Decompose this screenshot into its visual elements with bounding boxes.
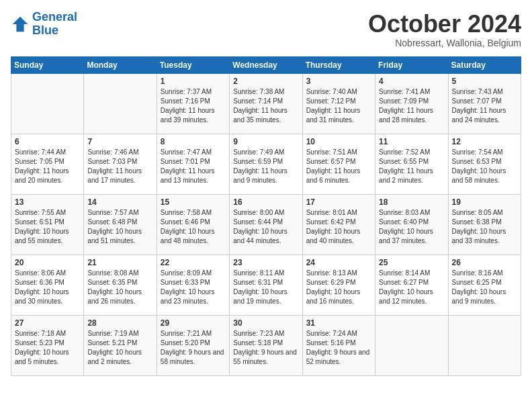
logo-line2: Blue [32,24,58,37]
calendar-cell: 3Sunrise: 7:40 AMSunset: 7:12 PMDaylight… [302,73,375,134]
day-number: 20 [15,258,80,267]
cell-info: Sunrise: 7:24 AMSunset: 5:16 PMDaylight:… [306,329,371,367]
day-number: 10 [306,137,371,146]
cell-info: Sunrise: 8:14 AMSunset: 6:27 PMDaylight:… [379,269,444,306]
cell-info: Sunrise: 8:03 AMSunset: 6:40 PMDaylight:… [379,208,444,246]
day-number: 14 [87,197,152,207]
svg-marker-0 [13,17,28,32]
cell-info: Sunrise: 7:37 AMSunset: 7:16 PMDaylight:… [161,87,226,125]
calendar-cell: 31Sunrise: 7:24 AMSunset: 5:16 PMDayligh… [302,315,375,375]
cell-info: Sunrise: 7:55 AMSunset: 6:51 PMDaylight:… [15,208,80,246]
day-number: 31 [306,318,371,328]
calendar-cell: 30Sunrise: 7:23 AMSunset: 5:18 PMDayligh… [230,315,302,375]
calendar-cell: 10Sunrise: 7:51 AMSunset: 6:57 PMDayligh… [302,134,375,194]
day-number: 4 [379,77,444,86]
page-header: General Blue October 2024 Nobressart, Wa… [11,11,521,48]
calendar-table: SundayMondayTuesdayWednesdayThursdayFrid… [11,56,521,376]
cell-info: Sunrise: 7:38 AMSunset: 7:14 PMDaylight:… [233,87,298,125]
logo-icon [11,15,30,34]
calendar-cell [84,73,157,134]
cell-info: Sunrise: 7:46 AMSunset: 7:03 PMDaylight:… [87,148,152,185]
day-number: 2 [233,77,298,86]
calendar-cell: 2Sunrise: 7:38 AMSunset: 7:14 PMDaylight… [230,73,302,134]
location: Nobressart, Wallonia, Belgium [368,38,521,48]
cell-info: Sunrise: 7:58 AMSunset: 6:46 PMDaylight:… [161,208,226,246]
cell-info: Sunrise: 8:05 AMSunset: 6:38 PMDaylight:… [452,208,517,246]
calendar-cell [375,315,448,375]
calendar-cell: 7Sunrise: 7:46 AMSunset: 7:03 PMDaylight… [84,134,157,194]
day-number: 9 [233,137,298,146]
day-number: 3 [306,77,371,86]
calendar-cell: 28Sunrise: 7:19 AMSunset: 5:21 PMDayligh… [84,315,157,375]
calendar-cell: 16Sunrise: 8:00 AMSunset: 6:44 PMDayligh… [230,194,302,255]
cell-info: Sunrise: 7:57 AMSunset: 6:48 PMDaylight:… [87,208,152,246]
calendar-cell: 29Sunrise: 7:21 AMSunset: 5:20 PMDayligh… [157,315,229,375]
calendar-cell: 26Sunrise: 8:16 AMSunset: 6:25 PMDayligh… [448,255,521,315]
day-number: 11 [379,137,444,146]
day-header-monday: Monday [84,56,157,73]
cell-info: Sunrise: 7:43 AMSunset: 7:07 PMDaylight:… [452,87,517,125]
day-number: 15 [161,197,226,207]
calendar-cell: 8Sunrise: 7:47 AMSunset: 7:01 PMDaylight… [157,134,229,194]
day-number: 7 [87,137,152,146]
cell-info: Sunrise: 8:11 AMSunset: 6:31 PMDaylight:… [233,269,298,306]
day-number: 12 [452,137,517,146]
calendar-cell [11,73,84,134]
cell-info: Sunrise: 8:06 AMSunset: 6:36 PMDaylight:… [15,269,80,306]
day-number: 30 [233,318,298,328]
day-number: 23 [233,258,298,267]
week-row-4: 20Sunrise: 8:06 AMSunset: 6:36 PMDayligh… [11,255,521,315]
day-number: 8 [161,137,226,146]
day-number: 5 [452,77,517,86]
cell-info: Sunrise: 8:16 AMSunset: 6:25 PMDaylight:… [452,269,517,306]
logo: General Blue [11,11,77,38]
week-row-2: 6Sunrise: 7:44 AMSunset: 7:05 PMDaylight… [11,134,521,194]
calendar-cell: 15Sunrise: 7:58 AMSunset: 6:46 PMDayligh… [157,194,229,255]
day-number: 28 [87,318,152,328]
day-number: 24 [306,258,371,267]
day-number: 19 [452,197,517,207]
calendar-cell: 14Sunrise: 7:57 AMSunset: 6:48 PMDayligh… [84,194,157,255]
calendar-cell: 24Sunrise: 8:13 AMSunset: 6:29 PMDayligh… [302,255,375,315]
cell-info: Sunrise: 7:18 AMSunset: 5:23 PMDaylight:… [15,329,80,367]
calendar-cell: 27Sunrise: 7:18 AMSunset: 5:23 PMDayligh… [11,315,84,375]
logo-text: General Blue [32,11,77,38]
calendar-cell: 19Sunrise: 8:05 AMSunset: 6:38 PMDayligh… [448,194,521,255]
cell-info: Sunrise: 7:19 AMSunset: 5:21 PMDaylight:… [87,329,152,367]
title-block: October 2024 Nobressart, Wallonia, Belgi… [368,11,521,48]
day-header-tuesday: Tuesday [157,56,229,73]
cell-info: Sunrise: 8:00 AMSunset: 6:44 PMDaylight:… [233,208,298,246]
week-row-1: 1Sunrise: 7:37 AMSunset: 7:16 PMDaylight… [11,73,521,134]
day-number: 21 [87,258,152,267]
day-header-saturday: Saturday [448,56,521,73]
calendar-cell: 5Sunrise: 7:43 AMSunset: 7:07 PMDaylight… [448,73,521,134]
cell-info: Sunrise: 7:51 AMSunset: 6:57 PMDaylight:… [306,148,371,185]
cell-info: Sunrise: 7:52 AMSunset: 6:55 PMDaylight:… [379,148,444,185]
cell-info: Sunrise: 8:08 AMSunset: 6:35 PMDaylight:… [87,269,152,306]
cell-info: Sunrise: 7:41 AMSunset: 7:09 PMDaylight:… [379,87,444,125]
calendar-cell: 17Sunrise: 8:01 AMSunset: 6:42 PMDayligh… [302,194,375,255]
day-number: 22 [161,258,226,267]
calendar-cell: 22Sunrise: 8:09 AMSunset: 6:33 PMDayligh… [157,255,229,315]
calendar-cell: 25Sunrise: 8:14 AMSunset: 6:27 PMDayligh… [375,255,448,315]
calendar-cell: 1Sunrise: 7:37 AMSunset: 7:16 PMDaylight… [157,73,229,134]
calendar-cell: 21Sunrise: 8:08 AMSunset: 6:35 PMDayligh… [84,255,157,315]
calendar-cell: 13Sunrise: 7:55 AMSunset: 6:51 PMDayligh… [11,194,84,255]
day-header-thursday: Thursday [302,56,375,73]
cell-info: Sunrise: 8:13 AMSunset: 6:29 PMDaylight:… [306,269,371,306]
day-number: 1 [161,77,226,86]
week-row-3: 13Sunrise: 7:55 AMSunset: 6:51 PMDayligh… [11,194,521,255]
week-row-5: 27Sunrise: 7:18 AMSunset: 5:23 PMDayligh… [11,315,521,375]
day-number: 13 [15,197,80,207]
cell-info: Sunrise: 8:09 AMSunset: 6:33 PMDaylight:… [161,269,226,306]
day-number: 25 [379,258,444,267]
cell-info: Sunrise: 7:54 AMSunset: 6:53 PMDaylight:… [452,148,517,185]
day-number: 17 [306,197,371,207]
day-number: 26 [452,258,517,267]
cell-info: Sunrise: 7:23 AMSunset: 5:18 PMDaylight:… [233,329,298,367]
calendar-cell: 4Sunrise: 7:41 AMSunset: 7:09 PMDaylight… [375,73,448,134]
calendar-cell: 12Sunrise: 7:54 AMSunset: 6:53 PMDayligh… [448,134,521,194]
day-number: 29 [161,318,226,328]
day-number: 27 [15,318,80,328]
calendar-cell: 11Sunrise: 7:52 AMSunset: 6:55 PMDayligh… [375,134,448,194]
